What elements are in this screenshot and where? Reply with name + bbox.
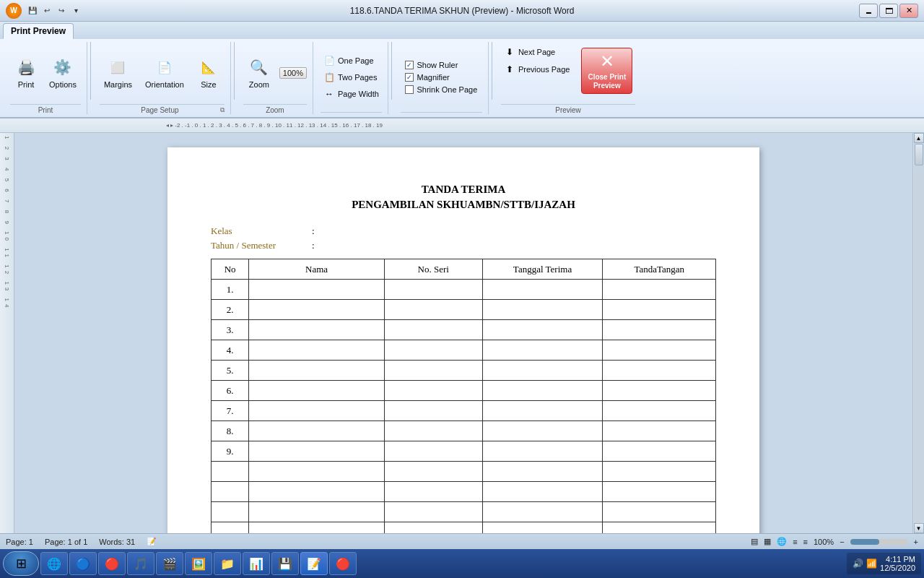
show-ruler-checkbox[interactable]: ✓ Show Ruler [404,60,459,70]
redo-button[interactable]: ↪ [55,4,68,17]
page-area[interactable]: TANDA TERIMA PENGAMBILAN SKHUAMBN/STTB/I… [14,133,912,533]
taskbar-ie[interactable]: 🌐 [40,552,68,575]
table-cell [603,421,716,441]
ribbon-group-page-setup: ⬜ Margins 📄 Orientation 📐 Size Page Setu… [94,42,231,114]
options-label: Options [49,80,77,90]
scroll-down-arrow[interactable]: ▼ [914,523,924,533]
taskbar-app7[interactable]: 📁 [214,552,241,575]
view-normal-icon[interactable]: ▤ [751,537,758,546]
ribbon-tab-bar: Print Preview [0,22,924,39]
undo-button[interactable]: ↩ [40,4,53,17]
taskbar-app5[interactable]: 🎬 [156,552,183,575]
taskbar-word[interactable]: 📝 [300,552,328,575]
close-print-preview-button[interactable]: ✕ Close PrintPreview [581,48,632,94]
table-cell [482,522,603,534]
minimize-button[interactable]: 🗕 [859,4,878,18]
start-button[interactable]: ⊞ [3,551,39,576]
print-icon: 🖨️ [14,56,38,79]
scrollbar-vertical[interactable]: ▲ ▼ [912,133,924,533]
scroll-up-arrow[interactable]: ▲ [914,133,924,143]
taskbar-app3[interactable]: 🔴 [98,552,126,575]
table-cell [249,482,385,502]
taskbar: ⊞ 🌐 🔵 🔴 🎵 🎬 🖼️ 📁 📊 💾 📝 🔴 🔊 📶 4:11 PM [0,549,924,578]
ribbon: 🖨️ Print ⚙️ Options Print ⬜ Margins 📄 Or… [0,39,924,118]
table-cell [384,421,482,441]
shrink-one-page-checkbox[interactable]: Shrink One Page [404,85,479,95]
page-width-button[interactable]: ↔️ Page Width [321,87,382,101]
app5-icon: 🎬 [162,557,177,571]
col-no: No [212,259,249,280]
page-setup-expand[interactable]: ⧉ [220,106,225,114]
table-cell [249,381,385,401]
start-logo: ⊞ [16,556,27,571]
ribbon-group-print: 🖨️ Print ⚙️ Options Print [4,42,87,114]
table-cell [384,340,482,361]
two-pages-button[interactable]: 📋 Two Pages [321,70,380,85]
margins-button[interactable]: ⬜ Margins [100,53,136,92]
view-draft-icon[interactable]: ≡ [803,538,808,546]
scroll-track[interactable] [914,143,924,523]
view-outline-icon[interactable]: ≡ [793,538,797,546]
field-tahun: Tahun / Semester : [211,240,716,251]
table-cell [603,441,716,462]
table-cell: 4. [212,340,249,361]
prev-page-button[interactable]: ⬆ Previous Page [501,62,573,77]
zoom-in-icon[interactable]: + [914,538,918,546]
view-web-icon[interactable]: 🌐 [777,537,787,546]
taskbar-opera[interactable]: 🔴 [329,552,357,575]
size-button[interactable]: 📐 Size [193,53,225,92]
options-icon: ⚙️ [51,56,74,79]
prev-page-icon: ⬆ [504,64,515,75]
title-bar-left: W 💾 ↩ ↪ ▾ [6,3,82,19]
maximize-button[interactable]: 🗖 [879,4,898,18]
taskbar-app9[interactable]: 💾 [271,552,299,575]
col-nama: Nama [249,259,385,280]
zoom-percent[interactable]: 100% [279,67,307,79]
table-cell [212,482,249,502]
window-title: 118.6.TANDA TERIMA SKHUN (Preview) - Mic… [350,6,575,16]
table-cell [603,381,716,401]
table-cell [603,300,716,320]
zoom-button[interactable]: 🔍 Zoom [243,53,275,92]
tab-print-preview[interactable]: Print Preview [3,23,74,39]
dropdown-button[interactable]: ▾ [69,4,82,17]
table-row: 3. [212,320,716,340]
table-cell [603,340,716,361]
zoom-content: 🔍 Zoom 100% [243,42,307,104]
zoom-slider[interactable] [850,539,908,545]
table-cell [249,401,385,421]
magnifier-checkbox[interactable]: ✓ Magnifier [404,72,450,82]
show-ruler-cb-icon: ✓ [405,61,414,69]
taskbar-chrome[interactable]: 🔵 [69,552,97,575]
taskbar-app4[interactable]: 🎵 [127,552,154,575]
taskbar-app8[interactable]: 📊 [243,552,270,575]
table-header-row: No Nama No. Seri Tanggal Terima TandaTan… [212,259,716,280]
taskbar-app6[interactable]: 🖼️ [185,552,212,575]
scroll-thumb[interactable] [915,144,923,165]
table-row [212,522,716,534]
table-cell [249,320,385,340]
next-page-button[interactable]: ⬇ Next Page [501,45,573,59]
save-button[interactable]: 💾 [26,4,39,17]
one-page-label: One Page [338,56,374,65]
table-row [212,462,716,482]
date-display: 12/5/2020 [880,564,915,572]
one-page-button[interactable]: 📄 One Page [321,53,377,68]
table-cell [384,320,482,340]
close-button[interactable]: ✕ [899,4,918,18]
word-icon: 📝 [307,557,321,571]
zoom-status: 100% [814,538,834,546]
options-button[interactable]: ⚙️ Options [45,53,81,92]
print-button[interactable]: 🖨️ Print [10,53,42,92]
app7-icon: 📁 [220,557,235,571]
words-status: Words: 31 [99,538,135,546]
doc-title: TANDA TERIMA [211,184,716,196]
document-page: TANDA TERIMA PENGAMBILAN SKHUAMBN/STTB/I… [167,147,759,533]
orientation-button[interactable]: 📄 Orientation [141,53,188,92]
zoom-out-icon[interactable]: − [840,538,844,546]
close-preview-icon: ✕ [600,51,614,72]
prev-page-label: Previous Page [518,65,570,74]
table-cell [603,401,716,421]
view-layout-icon[interactable]: ▦ [764,537,771,546]
network-icon: 📶 [866,558,877,569]
